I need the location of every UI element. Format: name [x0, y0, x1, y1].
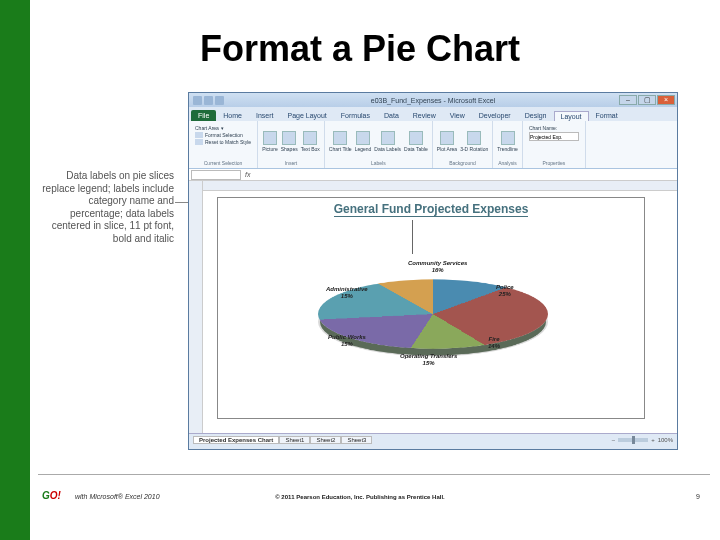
legend-icon: [356, 131, 370, 145]
rotation-icon: [467, 131, 481, 145]
rotation-3d-button[interactable]: 3-D Rotation: [460, 131, 488, 152]
tab-view[interactable]: View: [443, 110, 472, 121]
chart-object[interactable]: General Fund Projected Expenses Communit…: [217, 197, 645, 419]
status-bar: Projected Expenses Chart Sheet1 Sheet2 S…: [189, 433, 677, 445]
insert-picture-button[interactable]: Picture: [262, 131, 278, 152]
window-title: e03B_Fund_Expenses - Microsoft Excel: [189, 97, 677, 104]
plot-area-button[interactable]: Plot Area: [437, 131, 457, 152]
sheet-tab-3[interactable]: Sheet3: [341, 436, 372, 444]
format-selection-button[interactable]: Format Selection: [195, 132, 251, 138]
window-titlebar: e03B_Fund_Expenses - Microsoft Excel – ▢…: [189, 93, 677, 107]
group-label: Background: [437, 160, 488, 166]
data-labels-button[interactable]: Data Labels: [374, 131, 401, 152]
row-headers: [189, 181, 203, 433]
plot-area-icon: [440, 131, 454, 145]
tab-home[interactable]: Home: [216, 110, 249, 121]
footer-copyright: © 2011 Pearson Education, Inc. Publishin…: [0, 494, 720, 500]
data-label-operating-transfers[interactable]: Operating Transfers15%: [400, 353, 457, 366]
picture-icon: [263, 131, 277, 145]
formula-bar: fx: [189, 169, 677, 181]
zoom-level: 100%: [658, 437, 673, 443]
tab-data[interactable]: Data: [377, 110, 406, 121]
group-label: Labels: [329, 160, 428, 166]
reset-icon: [195, 139, 203, 145]
zoom-slider[interactable]: [618, 438, 648, 442]
tab-file[interactable]: File: [191, 110, 216, 121]
insert-shapes-button[interactable]: Shapes: [281, 131, 298, 152]
chart-name-input[interactable]: [529, 132, 579, 141]
name-box[interactable]: [191, 170, 241, 180]
insert-textbox-button[interactable]: Text Box: [301, 131, 320, 152]
tab-developer[interactable]: Developer: [472, 110, 518, 121]
data-labels-icon: [381, 131, 395, 145]
minimize-button[interactable]: –: [619, 95, 637, 105]
sheet-tab-2[interactable]: Sheet2: [310, 436, 341, 444]
fx-icon[interactable]: fx: [245, 171, 250, 178]
trendline-icon: [501, 131, 515, 145]
legend-button[interactable]: Legend: [355, 131, 372, 152]
page-number: 9: [696, 493, 700, 500]
data-table-button[interactable]: Data Table: [404, 131, 428, 152]
trendline-button[interactable]: Trendline: [497, 131, 518, 152]
chart-title-text[interactable]: General Fund Projected Expenses: [218, 198, 644, 216]
column-headers: [203, 181, 677, 191]
data-label-fire[interactable]: Fire14%: [488, 336, 500, 349]
tab-insert[interactable]: Insert: [249, 110, 281, 121]
data-label-administrative[interactable]: Administrative15%: [326, 286, 368, 299]
maximize-button[interactable]: ▢: [638, 95, 656, 105]
tab-design[interactable]: Design: [518, 110, 554, 121]
slide-title: Format a Pie Chart: [0, 28, 720, 70]
pie-chart[interactable]: Community Services16% Police25% Fire14% …: [278, 240, 588, 410]
data-label-police[interactable]: Police25%: [496, 284, 514, 297]
sheet-tab-1[interactable]: Sheet1: [279, 436, 310, 444]
data-table-icon: [409, 131, 423, 145]
close-button[interactable]: ×: [657, 95, 675, 105]
sheet-tab-chart[interactable]: Projected Expenses Chart: [193, 436, 279, 444]
chart-title-icon: [333, 131, 347, 145]
zoom-control[interactable]: –+ 100%: [612, 437, 673, 443]
shapes-icon: [282, 131, 296, 145]
group-insert: Picture Shapes Text Box Insert: [258, 121, 325, 168]
group-properties: Chart Name: Properties: [523, 121, 586, 168]
data-label-public-works[interactable]: Public Works15%: [328, 334, 366, 347]
annotation-text: Data labels on pie slices replace legend…: [42, 170, 174, 245]
group-label: Analysis: [497, 160, 518, 166]
chart-element-selector[interactable]: Chart Area ▾: [195, 125, 251, 131]
tab-layout[interactable]: Layout: [554, 111, 589, 121]
worksheet-area: General Fund Projected Expenses Communit…: [189, 181, 677, 433]
reset-style-button[interactable]: Reset to Match Style: [195, 139, 251, 145]
tab-format[interactable]: Format: [589, 110, 625, 121]
tab-review[interactable]: Review: [406, 110, 443, 121]
chart-title-button[interactable]: Chart Title: [329, 131, 352, 152]
tab-formulas[interactable]: Formulas: [334, 110, 377, 121]
footer-divider: [38, 474, 710, 475]
group-analysis: Trendline Analysis: [493, 121, 523, 168]
group-label: Insert: [262, 160, 320, 166]
tab-page-layout[interactable]: Page Layout: [280, 110, 333, 121]
sheet-tabs: Projected Expenses Chart Sheet1 Sheet2 S…: [193, 436, 372, 444]
ribbon: Chart Area ▾ Format Selection Reset to M…: [189, 121, 677, 169]
data-label-community-services[interactable]: Community Services16%: [408, 260, 467, 273]
group-label: Current Selection: [193, 160, 253, 166]
group-label: Properties: [527, 160, 581, 166]
slide-accent-bar: [0, 0, 30, 540]
group-background: Plot Area 3-D Rotation Background: [433, 121, 493, 168]
format-selection-icon: [195, 132, 203, 138]
group-labels: Chart Title Legend Data Labels Data Tabl…: [325, 121, 433, 168]
group-current-selection: Chart Area ▾ Format Selection Reset to M…: [189, 121, 258, 168]
chart-name-label: Chart Name:: [529, 125, 579, 131]
textbox-icon: [303, 131, 317, 145]
ribbon-tabs: File Home Insert Page Layout Formulas Da…: [189, 107, 677, 121]
excel-window: Chart Tools e03B_Fund_Expenses - Microso…: [188, 92, 678, 450]
